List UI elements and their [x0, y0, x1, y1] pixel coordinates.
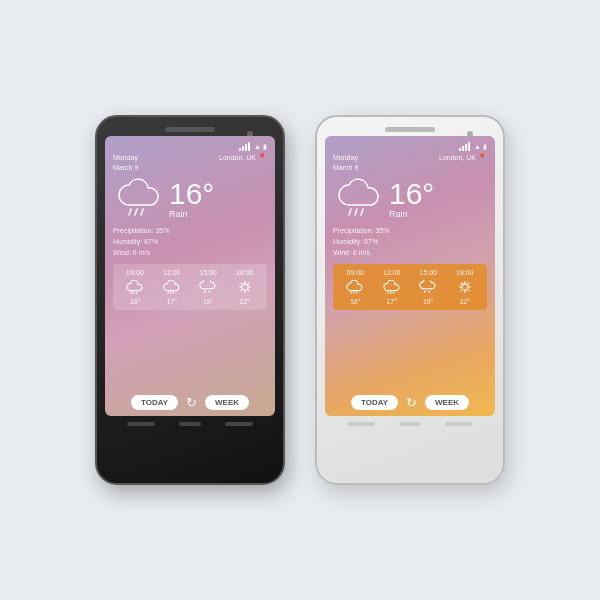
temp-rain-white: 16° Rain	[389, 179, 434, 219]
svg-point-11	[242, 284, 248, 290]
wind-white: Wind: 6 m/s	[333, 247, 487, 258]
location-white: London, UK 📍	[439, 153, 487, 162]
pin-icon-black: 📍	[257, 153, 267, 162]
signal-bars-black	[239, 142, 250, 151]
pin-icon-white: 📍	[477, 153, 487, 162]
refresh-icon-white[interactable]: ↻	[406, 395, 417, 410]
svg-line-21	[355, 209, 357, 215]
hourly-times-black: 09:00 12:00 15:00 18:00	[117, 269, 263, 276]
weather-details-black: Precipitation: 35% Humidity: 87% Wind: 6…	[113, 225, 267, 259]
screen-content-black: ▲ ▮ MondayMarch 9 London, UK 📍	[105, 136, 275, 416]
hourly-temps-black: 16° 17° 19° 22°	[117, 298, 263, 305]
battery-icon: ▮	[263, 143, 267, 151]
svg-line-37	[468, 290, 469, 291]
hourly-times-white: 09:00 12:00 15:00 18:00	[337, 269, 483, 276]
precipitation-white: Precipitation: 35%	[333, 225, 487, 236]
phones-container: ▲ ▮ MondayMarch 9 London, UK 📍	[95, 115, 505, 485]
date-location-white: MondayMarch 9 London, UK 📍	[333, 153, 487, 173]
temperature-white: 16°	[389, 179, 434, 209]
phone-bottom-black	[105, 422, 275, 426]
weather-details-white: Precipitation: 35% Humidity: 87% Wind: 6…	[333, 225, 487, 259]
screen-white: ▲ ▮ MondayMarch 9 London, UK 📍	[325, 136, 495, 416]
humidity-white: Humidity: 87%	[333, 236, 487, 247]
svg-line-19	[241, 290, 242, 291]
svg-line-39	[461, 290, 462, 291]
cloud-rain-icon-black	[113, 177, 165, 221]
cloud-rain-icon-white	[333, 177, 385, 221]
svg-line-29	[425, 291, 426, 293]
svg-line-10	[209, 291, 210, 293]
status-icons-black: ▲ ▮	[239, 142, 267, 151]
svg-line-38	[468, 283, 469, 284]
wifi-icon-white: ▲	[474, 143, 481, 150]
svg-line-18	[248, 283, 249, 284]
svg-line-2	[141, 209, 143, 215]
hourly-icons-white	[337, 280, 483, 294]
hourly-icons-black	[117, 280, 263, 294]
status-bar-black: ▲ ▮	[113, 142, 267, 151]
date-text-black: MondayMarch 9	[113, 153, 138, 173]
today-button-black[interactable]: TODAY	[131, 395, 178, 410]
svg-line-16	[241, 283, 242, 284]
weather-main-black: 16° Rain	[113, 177, 267, 221]
hourly-temps-white: 16° 17° 19° 22°	[337, 298, 483, 305]
svg-line-36	[461, 283, 462, 284]
week-button-black[interactable]: WEEK	[205, 395, 249, 410]
nav-btn-menu-black[interactable]	[225, 422, 253, 426]
svg-line-20	[349, 209, 351, 215]
temp-rain-black: 16° Rain	[169, 179, 214, 219]
date-location-black: MondayMarch 9 London, UK 📍	[113, 153, 267, 173]
location-text-white: London, UK	[439, 154, 476, 161]
location-black: London, UK 📍	[219, 153, 267, 162]
location-text-black: London, UK	[219, 154, 256, 161]
condition-black: Rain	[169, 209, 214, 219]
date-text-white: MondayMarch 9	[333, 153, 358, 173]
screen-black: ▲ ▮ MondayMarch 9 London, UK 📍	[105, 136, 275, 416]
nav-btn-back-white[interactable]	[347, 422, 375, 426]
temperature-black: 16°	[169, 179, 214, 209]
humidity-black: Humidity: 87%	[113, 236, 267, 247]
nav-btn-home-black[interactable]	[179, 422, 201, 426]
speaker-black	[165, 127, 215, 132]
precipitation-black: Precipitation: 35%	[113, 225, 267, 236]
black-phone: ▲ ▮ MondayMarch 9 London, UK 📍	[95, 115, 285, 485]
screen-content-white: ▲ ▮ MondayMarch 9 London, UK 📍	[325, 136, 495, 416]
signal-bars-white	[459, 142, 470, 151]
hourly-bar-white: 09:00 12:00 15:00 18:00	[333, 264, 487, 310]
today-button-white[interactable]: TODAY	[351, 395, 398, 410]
battery-icon-white: ▮	[483, 143, 487, 151]
condition-white: Rain	[389, 209, 434, 219]
wind-black: Wind: 6 m/s	[113, 247, 267, 258]
nav-btn-back-black[interactable]	[127, 422, 155, 426]
white-phone: ▲ ▮ MondayMarch 9 London, UK 📍	[315, 115, 505, 485]
svg-line-22	[361, 209, 363, 215]
status-icons-white: ▲ ▮	[459, 142, 487, 151]
nav-btn-menu-white[interactable]	[445, 422, 473, 426]
weather-main-white: 16° Rain	[333, 177, 487, 221]
speaker-white	[385, 127, 435, 132]
svg-point-31	[462, 284, 468, 290]
hourly-bar-black: 09:00 12:00 15:00 18:00	[113, 264, 267, 310]
svg-line-30	[429, 291, 430, 293]
bottom-buttons-white: TODAY ↻ WEEK	[333, 395, 487, 410]
wifi-icon: ▲	[254, 143, 261, 150]
nav-btn-home-white[interactable]	[399, 422, 421, 426]
svg-line-0	[129, 209, 131, 215]
svg-line-1	[135, 209, 137, 215]
bottom-buttons-black: TODAY ↻ WEEK	[113, 395, 267, 410]
svg-line-17	[248, 290, 249, 291]
week-button-white[interactable]: WEEK	[425, 395, 469, 410]
phone-bottom-white	[325, 422, 495, 426]
status-bar-white: ▲ ▮	[333, 142, 487, 151]
refresh-icon-black[interactable]: ↻	[186, 395, 197, 410]
svg-line-9	[205, 291, 206, 293]
